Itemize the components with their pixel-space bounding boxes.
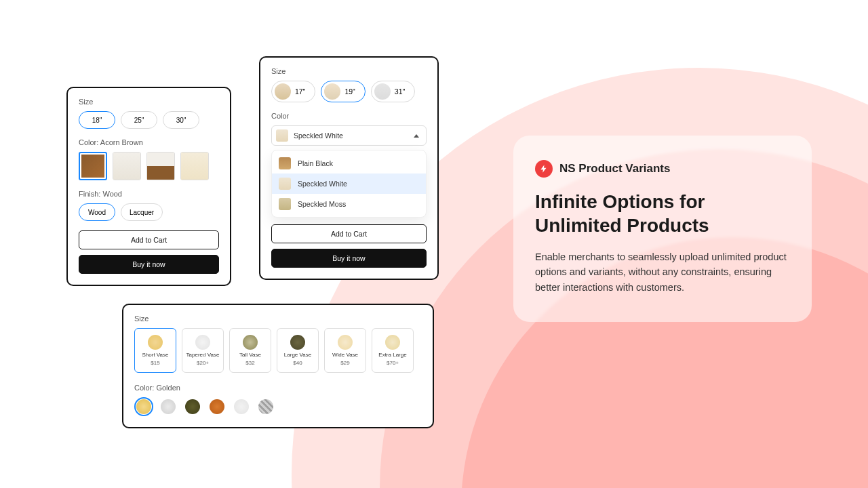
- color-swatch[interactable]: [79, 152, 107, 180]
- option-thumb-icon: [275, 83, 291, 100]
- size-label: Size: [271, 67, 427, 75]
- size-label: Size: [79, 98, 219, 106]
- option-thumb-icon: [279, 157, 291, 169]
- color-swatch[interactable]: [113, 152, 141, 180]
- option-pill-image[interactable]: 17": [271, 81, 315, 102]
- color-circle[interactable]: [256, 397, 275, 416]
- headline: Infinite Options for Unlimited Products: [535, 190, 790, 237]
- dropdown-value: Speckled White: [294, 131, 343, 140]
- option-thumb-icon: [374, 83, 391, 100]
- dropdown-option[interactable]: Speckled Moss: [272, 194, 426, 214]
- brand-lightning-icon: [535, 160, 553, 178]
- color-circle[interactable]: [208, 397, 226, 416]
- color-circle[interactable]: [183, 397, 202, 416]
- brand-name: NS Product Variants: [559, 162, 670, 176]
- size-row: 17"19"31": [271, 81, 427, 102]
- size-tile[interactable]: Short Vase$15: [134, 328, 176, 373]
- size-row: 18"25"30": [79, 111, 219, 129]
- dropdown-option[interactable]: Speckled White: [272, 174, 426, 194]
- option-thumb-icon: [324, 83, 340, 100]
- dropdown-option[interactable]: Plain Black: [272, 153, 426, 174]
- tile-thumb-icon: [243, 335, 258, 350]
- circle-row: [134, 397, 422, 416]
- color-label: Color: [271, 112, 427, 120]
- description: Enable merchants to seamlessly upload un…: [535, 249, 790, 295]
- size-tile[interactable]: Tall Vase$32: [229, 328, 271, 373]
- size-tile[interactable]: Large Vase$40: [277, 328, 319, 373]
- option-thumb-icon: [279, 198, 291, 210]
- size-tile[interactable]: Tapered Vase$20+: [182, 328, 224, 373]
- add-to-cart-button[interactable]: Add to Cart: [79, 230, 219, 249]
- color-swatch[interactable]: [146, 152, 175, 180]
- option-pill[interactable]: 18": [79, 111, 115, 129]
- tile-thumb-icon: [195, 335, 210, 350]
- color-label: Color: Golden: [134, 384, 422, 392]
- buy-now-button[interactable]: Buy it now: [271, 249, 427, 268]
- color-circle[interactable]: [232, 397, 251, 416]
- option-thumb-icon: [279, 178, 291, 190]
- color-circle[interactable]: [134, 397, 153, 416]
- color-swatch[interactable]: [180, 152, 209, 180]
- option-pill[interactable]: Wood: [79, 203, 115, 221]
- option-pill[interactable]: Lacquer: [121, 203, 163, 221]
- chevron-up-icon: [414, 134, 419, 138]
- size-label: Size: [134, 314, 422, 323]
- option-pill-image[interactable]: 19": [321, 81, 365, 102]
- promo-panel: NS Product Variants Infinite Options for…: [513, 136, 812, 322]
- option-pill-image[interactable]: 31": [371, 81, 415, 102]
- add-to-cart-button[interactable]: Add to Cart: [271, 224, 427, 243]
- brand-row: NS Product Variants: [535, 160, 790, 178]
- color-circle[interactable]: [159, 397, 178, 416]
- tile-thumb-icon: [148, 335, 163, 350]
- finish-row: WoodLacquer: [79, 203, 219, 221]
- variant-card-a: Size 18"25"30" Color: Acorn Brown Finish…: [66, 87, 231, 286]
- swatch-row: [79, 152, 219, 180]
- variant-card-b: Size 17"19"31" Color Speckled White Plai…: [259, 56, 439, 280]
- tile-thumb-icon: [385, 335, 400, 350]
- option-pill[interactable]: 30": [163, 111, 199, 129]
- color-dropdown-menu: Plain BlackSpeckled WhiteSpeckled Moss: [271, 150, 427, 218]
- finish-label: Finish: Wood: [79, 190, 219, 198]
- color-label: Color: Acorn Brown: [79, 138, 219, 146]
- tile-row: Short Vase$15Tapered Vase$20+Tall Vase$3…: [134, 328, 422, 373]
- option-pill[interactable]: 25": [121, 111, 157, 129]
- size-tile[interactable]: Wide Vase$29: [324, 328, 366, 373]
- tile-thumb-icon: [290, 335, 305, 350]
- tile-thumb-icon: [338, 335, 353, 350]
- buy-now-button[interactable]: Buy it now: [79, 255, 219, 274]
- size-tile[interactable]: Extra Large$70+: [372, 328, 414, 373]
- variant-card-c: Size Short Vase$15Tapered Vase$20+Tall V…: [122, 304, 434, 428]
- dropdown-thumb-icon: [276, 129, 288, 142]
- color-dropdown[interactable]: Speckled White: [271, 125, 427, 146]
